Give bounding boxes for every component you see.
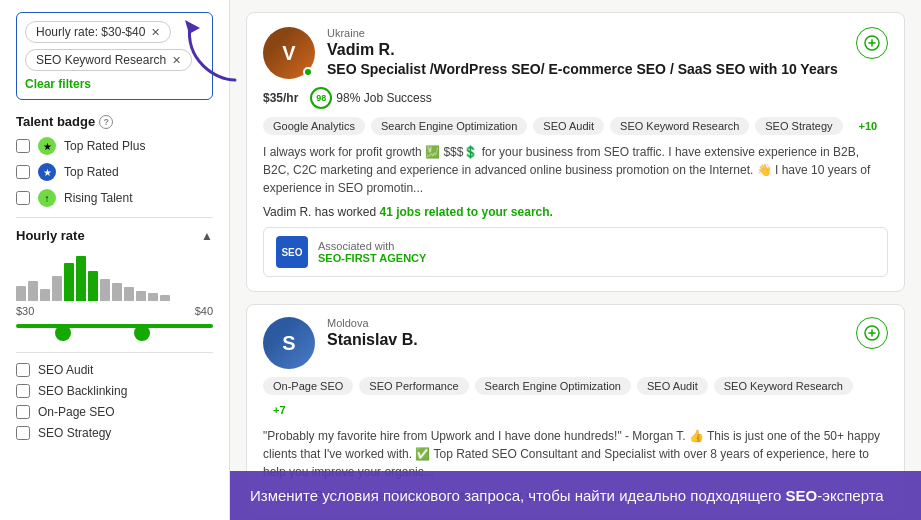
hourly-rate-header: Hourly rate ▲ [16,228,213,243]
hourly-rate-section: Hourly rate ▲ $30 $40 [16,228,213,342]
filter-tag-hourly-label: Hourly rate: $30-$40 [36,25,145,39]
associated-with-label: Associated with [318,240,426,252]
agency-name-label[interactable]: SEO-FIRST AGENCY [318,252,426,264]
hist-bar-12 [148,293,158,301]
filter-tag-seo[interactable]: SEO Keyword Research ✕ [25,49,192,71]
section-divider-2 [16,352,213,353]
range-slider[interactable] [16,324,213,342]
job-success-label-vadim: 98% Job Success [336,91,431,105]
skill-tag-more-vadim[interactable]: +10 [849,117,888,135]
hourly-rate-chevron[interactable]: ▲ [201,229,213,243]
main-container: Hourly rate: $30-$40 ✕ SEO Keyword Resea… [0,0,921,520]
range-handle-right[interactable] [134,325,150,341]
stan-skill-1[interactable]: On-Page SEO [263,377,353,395]
associated-box-vadim: SEO Associated with SEO-FIRST AGENCY [263,227,888,277]
talent-badge-help-icon[interactable]: ? [99,115,113,129]
rising-talent-checkbox[interactable] [16,191,30,205]
card-header-vadim: V Ukraine Vadim R. SEO Specialist /WordP… [263,27,888,79]
clear-filters-button[interactable]: Clear filters [25,77,91,91]
freelancer-name-stanislav[interactable]: Stanislav B. [327,331,844,349]
online-dot-vadim [303,67,313,77]
card-meta-vadim: $35/hr 98 98% Job Success [263,87,888,109]
skill-tag-1[interactable]: Google Analytics [263,117,365,135]
hist-bar-11 [136,291,146,301]
filter-tag-hourly[interactable]: Hourly rate: $30-$40 ✕ [25,21,171,43]
overlay-text-bold: SEO [786,487,818,504]
spec-checkbox-seo-strategy[interactable] [16,426,30,440]
spec-checkbox-on-page-seo[interactable] [16,405,30,419]
stan-skill-4[interactable]: SEO Audit [637,377,708,395]
overlay-text-after: -эксперта [817,487,883,504]
range-handle-left[interactable] [55,325,71,341]
success-circle-vadim: 98 [310,87,332,109]
freelancer-location-stanislav: Moldova [327,317,844,329]
top-rated-plus-checkbox[interactable] [16,139,30,153]
stan-skill-5[interactable]: SEO Keyword Research [714,377,853,395]
skill-tag-4[interactable]: SEO Keyword Research [610,117,749,135]
range-track [16,324,213,328]
hist-bar-1 [16,286,26,301]
rising-talent-row: ↑ Rising Talent [16,189,213,207]
top-rated-plus-row: ★ Top Rated Plus [16,137,213,155]
skill-tag-3[interactable]: SEO Audit [533,117,604,135]
overlay-text-before: Измените условия поискового запроса, что… [250,487,786,504]
avatar-stanislav: S [263,317,315,369]
hist-bar-6 [76,256,86,301]
rising-talent-badge-icon: ↑ [38,189,56,207]
avatar-wrap-stanislav: S [263,317,315,369]
add-freelancer-button-vadim[interactable] [856,27,888,59]
skill-tag-2[interactable]: Search Engine Optimization [371,117,527,135]
jobs-related-link-vadim[interactable]: 41 jobs related to your search. [380,205,553,219]
range-min-label: $30 [16,305,34,317]
talent-badge-label: Talent badge [16,114,95,129]
spec-label-seo-strategy: SEO Strategy [38,426,111,440]
hist-bar-5 [64,263,74,301]
job-success-vadim: 98 98% Job Success [310,87,431,109]
agency-logo-vadim: SEO [276,236,308,268]
top-rated-plus-badge-icon: ★ [38,137,56,155]
spec-row-seo-backlinking: SEO Backlinking [16,384,213,398]
freelancer-location-vadim: Ukraine [327,27,844,39]
hist-bar-10 [124,287,134,301]
spec-row-on-page-seo: On-Page SEO [16,405,213,419]
top-rated-label: Top Rated [64,165,119,179]
overlay-banner: Измените условия поискового запроса, что… [230,471,921,520]
spec-label-seo-backlinking: SEO Backlinking [38,384,127,398]
cards-area: V Ukraine Vadim R. SEO Specialist /WordP… [230,0,921,520]
card-info-stanislav: Moldova Stanislav B. [327,317,844,349]
top-rated-checkbox[interactable] [16,165,30,179]
section-divider-1 [16,217,213,218]
hist-bar-4 [52,276,62,301]
card-header-stanislav: S Moldova Stanislav B. [263,317,888,369]
stan-skill-2[interactable]: SEO Performance [359,377,468,395]
agency-info-vadim: Associated with SEO-FIRST AGENCY [318,240,426,264]
hourly-rate-title: Hourly rate [16,228,85,243]
svg-marker-0 [185,20,200,34]
jobs-related-vadim: Vadim R. has worked 41 jobs related to y… [263,205,888,219]
overlay-text: Измените условия поискового запроса, что… [250,485,901,506]
spec-checkbox-seo-audit[interactable] [16,363,30,377]
sidebar: Hourly rate: $30-$40 ✕ SEO Keyword Resea… [0,0,230,520]
hist-bar-7 [88,271,98,301]
talent-badge-section-title: Talent badge ? [16,114,213,129]
freelancer-title-vadim: SEO Specialist /WordPress SEO/ E-commerc… [327,61,844,77]
spec-row-seo-audit: SEO Audit [16,363,213,377]
filter-tag-seo-label: SEO Keyword Research [36,53,166,67]
range-labels: $30 $40 [16,305,213,317]
filter-tag-hourly-close[interactable]: ✕ [151,26,160,39]
freelancer-name-vadim[interactable]: Vadim R. [327,41,844,59]
skill-tag-5[interactable]: SEO Strategy [755,117,842,135]
add-freelancer-button-stanislav[interactable] [856,317,888,349]
hist-bar-13 [160,295,170,301]
stan-skill-3[interactable]: Search Engine Optimization [475,377,631,395]
top-rated-plus-label: Top Rated Plus [64,139,145,153]
jobs-related-text-vadim: Vadim R. has worked [263,205,376,219]
top-rated-badge-icon: ★ [38,163,56,181]
card-info-vadim: Ukraine Vadim R. SEO Specialist /WordPre… [327,27,844,77]
spec-label-on-page-seo: On-Page SEO [38,405,115,419]
histogram [16,251,213,301]
specialty-checkboxes: SEO Audit SEO Backlinking On-Page SEO SE… [16,363,213,440]
freelancer-rate-vadim: $35/hr [263,91,298,105]
stan-skill-more[interactable]: +7 [263,401,296,419]
spec-checkbox-seo-backlinking[interactable] [16,384,30,398]
